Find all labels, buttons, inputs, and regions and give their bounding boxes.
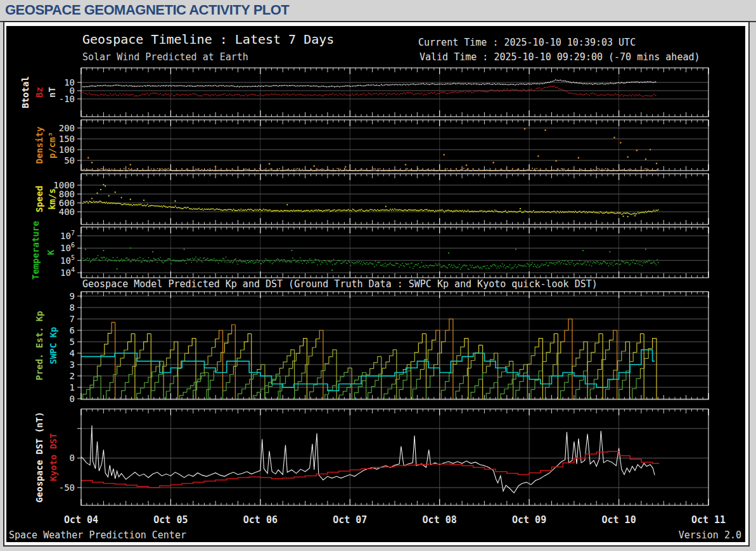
subtitle-solar-wind: Solar Wind Predicted at Earth	[82, 51, 248, 63]
svg-text:7: 7	[70, 314, 75, 324]
geospace-plot: 100-102001501005010008006004001071061051…	[6, 26, 745, 542]
svg-text:0: 0	[70, 394, 75, 404]
ylabel-btotal: Btotal	[20, 68, 30, 117]
valid-time-label: Valid Time : 2025-10-10 09:29:00 (-70 mi…	[420, 51, 700, 63]
page-header: GEOSPACE GEOMAGNETIC ACTIVITY PLOT	[0, 0, 756, 21]
svg-text:5: 5	[70, 337, 75, 347]
svg-text:4: 4	[70, 348, 75, 358]
svg-text:200: 200	[59, 123, 75, 133]
plot-frame: 100-102001501005010008006004001071061051…	[3, 21, 750, 547]
ylabel-speed-units: km/s	[47, 174, 57, 224]
ylabel-speed: Speed	[34, 174, 44, 224]
svg-text:9: 9	[70, 291, 75, 301]
ylabel-bz: Bz	[34, 68, 44, 117]
svg-text:Oct 08: Oct 08	[423, 514, 457, 526]
footer-attribution: Space Weather Prediction Center	[9, 529, 186, 541]
svg-text:Oct 05: Oct 05	[153, 514, 188, 526]
svg-text:Oct 09: Oct 09	[512, 514, 546, 526]
ylabel-temperature: Temperature	[30, 221, 41, 280]
plot-title: Geospace Timeline : Latest 7 Days	[82, 32, 334, 47]
svg-text:50: 50	[64, 155, 75, 165]
svg-text:-10: -10	[59, 94, 75, 104]
svg-text:Oct 07: Oct 07	[333, 514, 367, 526]
svg-text:Oct 11: Oct 11	[691, 514, 726, 526]
svg-text:106: 106	[60, 242, 75, 253]
svg-text:-50: -50	[59, 483, 75, 493]
svg-text:3: 3	[70, 360, 75, 370]
current-time-label: Current Time : 2025-10-10 10:39:03 UTC	[418, 37, 636, 48]
svg-text:Oct 06: Oct 06	[243, 514, 278, 526]
svg-text:104: 104	[60, 266, 75, 278]
ylabel-pred-kp: Pred. Est. Kp	[34, 292, 44, 399]
svg-text:105: 105	[60, 254, 75, 266]
svg-text:150: 150	[59, 134, 75, 144]
ylabel-density: Density	[34, 120, 44, 171]
ylabel-swpc-kp: SWPC Kp	[48, 292, 58, 399]
ylabel-temperature-units: K	[46, 227, 56, 278]
section-title-kp-dst: Geospace Model Predicted Kp and DST (Gro…	[82, 278, 598, 290]
ylabel-kyoto-dst: Kyoto DST	[48, 409, 58, 505]
svg-text:0: 0	[70, 453, 75, 463]
svg-text:107: 107	[60, 230, 75, 241]
svg-text:2: 2	[70, 371, 75, 381]
svg-text:400: 400	[59, 207, 75, 217]
svg-text:100: 100	[59, 145, 75, 155]
svg-text:1: 1	[70, 382, 75, 392]
svg-text:Oct 10: Oct 10	[602, 514, 636, 526]
svg-text:Oct 04: Oct 04	[64, 514, 98, 526]
page-title: GEOSPACE GEOMAGNETIC ACTIVITY PLOT	[5, 2, 289, 18]
svg-text:8: 8	[70, 302, 75, 313]
ylabel-geospace-dst: Geospace DST (nT)	[34, 409, 44, 505]
ylabel-density-units: p/cm³	[47, 120, 57, 171]
svg-text:6: 6	[70, 325, 75, 335]
ylabel-nt: nT	[47, 68, 57, 117]
footer-version: Version 2.0	[679, 529, 741, 541]
